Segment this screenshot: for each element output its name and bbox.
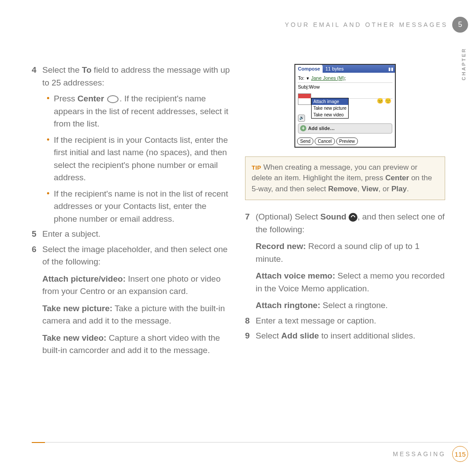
step-7: 7 (Optional) Select Sound , and then sel… bbox=[245, 211, 445, 312]
send-button[interactable]: Send bbox=[297, 138, 313, 145]
attach-menu[interactable]: Attach image Take new picture Take new v… bbox=[311, 98, 349, 119]
center-key-label: Center bbox=[78, 94, 104, 103]
to-field-label: To bbox=[82, 65, 92, 74]
text: Enter a subject. bbox=[42, 228, 232, 241]
subj-prefix: Subj: bbox=[298, 84, 309, 89]
bullet-icon: • bbox=[47, 134, 54, 184]
step-6: 6 Select the image placeholder, and then… bbox=[32, 243, 232, 268]
text: Select a ringtone. bbox=[320, 301, 388, 310]
content-area: 4 Select the To field to address the mes… bbox=[32, 64, 445, 357]
menu-attach-image[interactable]: Attach image bbox=[312, 98, 348, 105]
text: Select the image placeholder, and then s… bbox=[42, 243, 232, 268]
remove-option: Remove bbox=[328, 185, 357, 193]
sound-attach-icon[interactable]: 🔊 bbox=[298, 115, 305, 122]
bytes-label: 11 bytes bbox=[323, 65, 387, 73]
view-option: View bbox=[361, 185, 378, 193]
text: . bbox=[407, 185, 409, 193]
option-label: Attach picture/video: bbox=[42, 274, 126, 283]
chapter-label: CHAPTER bbox=[461, 48, 466, 80]
right-column: Compose 11 bytes ▮▮ To: ▼ Jane Jones (M)… bbox=[245, 64, 445, 357]
plus-icon: + bbox=[300, 125, 306, 131]
text: If the recipient is in your Contacts lis… bbox=[54, 134, 232, 184]
play-option: Play bbox=[391, 185, 407, 193]
image-placeholder-icon[interactable] bbox=[298, 93, 311, 105]
screenshot-body: To: ▼ Jane Jones (M); Subj:Wow Attach im… bbox=[295, 73, 395, 135]
option-ringtone: Attach ringtone: Select a ringtone. bbox=[256, 299, 445, 312]
add-slide-label: Add slide… bbox=[308, 125, 335, 132]
text: , bbox=[357, 185, 361, 193]
device-screenshot: Compose 11 bytes ▮▮ To: ▼ Jane Jones (M)… bbox=[294, 64, 396, 148]
text: Select bbox=[256, 331, 281, 340]
option-record-new: Record new: Record a sound clip of up to… bbox=[256, 240, 445, 265]
step-body: Select Add slide to insert additional sl… bbox=[256, 330, 445, 342]
option-label: Record new: bbox=[256, 242, 306, 251]
image-placeholder-area[interactable]: Attach image Take new picture Take new v… bbox=[298, 93, 392, 105]
step-body: Select the To field to address the messa… bbox=[42, 64, 232, 225]
step-number: 8 bbox=[245, 315, 256, 327]
section-title: YOUR EMAIL AND OTHER MESSAGES bbox=[285, 21, 448, 28]
option-label: Take new picture: bbox=[42, 304, 112, 313]
subject-field[interactable]: Subj:Wow bbox=[298, 83, 392, 91]
text: (Optional) Select bbox=[256, 212, 320, 221]
bullet-icon: • bbox=[47, 188, 54, 226]
step-number: 7 bbox=[245, 211, 256, 312]
signal-icon: ▮▮ bbox=[387, 66, 395, 72]
step-4: 4 Select the To field to address the mes… bbox=[32, 64, 232, 225]
option-attach-picture: Attach picture/video: Insert one photo o… bbox=[42, 273, 232, 298]
text: to insert additional slides. bbox=[319, 331, 416, 340]
bullet-item: • Press Center . If the recipient's name… bbox=[47, 93, 232, 130]
page-number-badge: 115 bbox=[452, 446, 468, 462]
step-number: 9 bbox=[245, 330, 256, 342]
option-voice-memo: Attach voice memo: Select a memo you rec… bbox=[256, 270, 445, 295]
screenshot-buttons: Send Cancel Preview bbox=[295, 135, 395, 147]
cancel-button[interactable]: Cancel bbox=[315, 138, 335, 145]
dropdown-icon[interactable]: ▼ bbox=[306, 76, 310, 81]
step-number: 4 bbox=[32, 64, 42, 225]
option-label: Attach voice memo: bbox=[256, 271, 335, 280]
step-body: (Optional) Select Sound , and then selec… bbox=[256, 211, 445, 312]
bullet-item: • If the recipient is in your Contacts l… bbox=[47, 134, 232, 184]
subj-value: Wow bbox=[309, 84, 320, 89]
step-9: 9 Select Add slide to insert additional … bbox=[245, 330, 445, 342]
option-take-picture: Take new picture: Take a picture with th… bbox=[42, 302, 232, 327]
option-label: Attach ringtone: bbox=[256, 301, 320, 310]
left-column: 4 Select the To field to address the mes… bbox=[32, 64, 232, 357]
sound-label: Sound bbox=[320, 212, 346, 221]
page-header: YOUR EMAIL AND OTHER MESSAGES 5 bbox=[285, 17, 468, 33]
screenshot-titlebar: Compose 11 bytes ▮▮ bbox=[295, 65, 395, 73]
step-number: 5 bbox=[32, 228, 42, 241]
step-5: 5 Enter a subject. bbox=[32, 228, 232, 241]
page-footer: MESSAGING 115 bbox=[32, 442, 468, 462]
add-slide-label: Add slide bbox=[281, 331, 319, 340]
bullet-icon: • bbox=[47, 93, 54, 130]
text: Press bbox=[54, 94, 78, 103]
tip-callout: TIP When creating a message, you can pre… bbox=[245, 156, 445, 201]
tip-label: TIP bbox=[252, 164, 261, 171]
compose-tab[interactable]: Compose bbox=[295, 65, 323, 73]
bullet-body: Press Center . If the recipient's name a… bbox=[54, 93, 232, 130]
center-key-label: Center bbox=[385, 174, 409, 182]
chapter-number-badge: 5 bbox=[452, 17, 468, 33]
center-key-icon bbox=[107, 95, 119, 103]
option-take-video: Take new video: Capture a short video wi… bbox=[42, 332, 232, 357]
text: Select the bbox=[42, 65, 82, 74]
to-suffix: ; bbox=[345, 75, 346, 81]
step-number: 6 bbox=[32, 243, 42, 268]
preview-button[interactable]: Preview bbox=[336, 138, 358, 145]
to-field[interactable]: To: ▼ Jane Jones (M); bbox=[298, 74, 392, 83]
to-contact[interactable]: Jane Jones (M) bbox=[311, 75, 345, 81]
text: , or bbox=[379, 185, 391, 193]
sound-icon bbox=[349, 213, 357, 222]
to-prefix: To: bbox=[298, 75, 305, 81]
bullet-item: • If the recipient's name is not in the … bbox=[47, 188, 232, 226]
footer-section-label: MESSAGING bbox=[393, 450, 446, 457]
emoticon-icons[interactable]: 😐 🙂 bbox=[377, 97, 391, 105]
text: Enter a text message or caption. bbox=[256, 315, 445, 327]
add-slide-button[interactable]: + Add slide… bbox=[298, 123, 392, 134]
menu-take-picture[interactable]: Take new picture bbox=[312, 105, 348, 112]
menu-take-video[interactable]: Take new video bbox=[312, 112, 348, 118]
option-label: Take new video: bbox=[42, 333, 106, 342]
footer-accent bbox=[32, 442, 45, 443]
text: If the recipient's name is not in the li… bbox=[54, 188, 232, 226]
step-8: 8 Enter a text message or caption. bbox=[245, 315, 445, 327]
